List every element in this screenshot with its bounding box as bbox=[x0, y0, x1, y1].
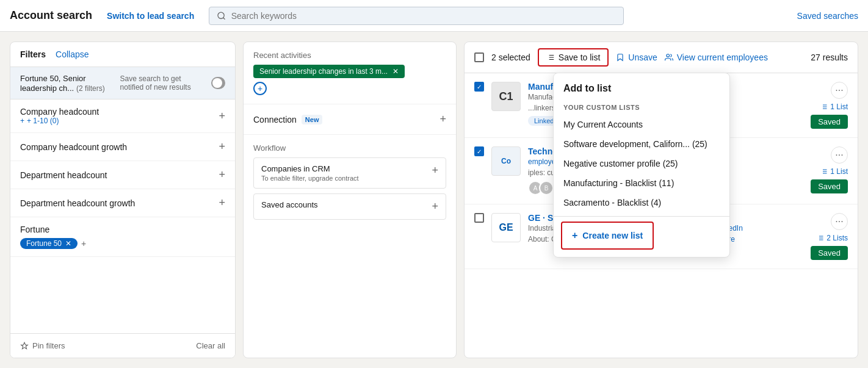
search-input[interactable] bbox=[231, 11, 617, 21]
workflow-saved-item: Saved accounts + bbox=[253, 193, 446, 220]
svg-point-8 bbox=[667, 54, 670, 57]
add-dept-growth-icon[interactable]: + bbox=[219, 197, 225, 209]
pin-filters-label: Pin filters bbox=[32, 341, 65, 350]
filters-panel: Filters Collapse Fortune 50, Senior lead… bbox=[10, 41, 236, 358]
recent-activities-label: Recent activities bbox=[253, 51, 446, 60]
bookmark-icon bbox=[616, 53, 624, 62]
activity-tag-remove[interactable]: ✕ bbox=[392, 67, 399, 76]
filter-label-dept-headcount: Department headcount bbox=[20, 170, 107, 180]
add-to-list-dropdown: Add to list YOUR CUSTOM LISTS My Current… bbox=[553, 73, 730, 258]
add-company-headcount-icon[interactable]: + bbox=[219, 110, 225, 123]
top-navigation: Account search Switch to lead search Sav… bbox=[0, 0, 868, 32]
filter-label-fortune: Fortune bbox=[20, 225, 49, 234]
dropdown-item-my-accounts[interactable]: My Current Accounts bbox=[554, 115, 729, 134]
dropdown-title: Add to list bbox=[554, 73, 729, 99]
list-icon-small-2 bbox=[820, 168, 828, 175]
save-search-label: Save search to get notified of new resul… bbox=[120, 74, 206, 92]
create-new-list-button[interactable]: + Create new list bbox=[561, 222, 654, 250]
add-fortune-icon[interactable]: + bbox=[81, 239, 86, 248]
filter-sub-company-headcount: + + 1-10 (0) bbox=[20, 117, 99, 125]
card-2-avatars: A B bbox=[528, 181, 550, 195]
add-crm-button[interactable]: + bbox=[432, 164, 438, 177]
save-to-list-button[interactable]: Save to list bbox=[538, 48, 609, 67]
recent-activities-section: Recent activities Senior leadership chan… bbox=[244, 42, 456, 104]
card-2-list-count: 1 List bbox=[820, 167, 848, 176]
filter-list: Company headcount + + 1-10 (0) + Company… bbox=[10, 99, 235, 333]
filter-item-headcount-growth[interactable]: Company headcount growth + bbox=[10, 133, 235, 161]
dropdown-item-mfg-blacklist[interactable]: Manufacturing - Blacklist (11) bbox=[554, 173, 729, 193]
results-count: 27 results bbox=[811, 52, 848, 62]
active-filter-row: Fortune 50, Senior leadership ch... (2 f… bbox=[10, 67, 235, 99]
dropdown-item-negative-profile[interactable]: Negative customer profile (25) bbox=[554, 154, 729, 173]
card-1-logo: C1 bbox=[491, 82, 521, 111]
add-activity-button[interactable]: + bbox=[253, 82, 267, 95]
filter-item-company-headcount[interactable]: Company headcount + + 1-10 (0) + bbox=[10, 99, 235, 133]
card-1-saved-badge: Saved bbox=[811, 115, 848, 129]
save-search-toggle[interactable] bbox=[211, 77, 225, 89]
card-1-checkbox[interactable] bbox=[474, 82, 484, 92]
filter-item-dept-growth[interactable]: Department headcount growth + bbox=[10, 189, 235, 217]
card-1-more-button[interactable]: ··· bbox=[831, 82, 848, 99]
add-dept-headcount-icon[interactable]: + bbox=[219, 168, 225, 181]
workflow-crm-sub: To enable filter, upgrade contract bbox=[261, 175, 359, 182]
card-ge-more-button[interactable]: ··· bbox=[831, 213, 848, 230]
fortune-badge-remove[interactable]: ✕ bbox=[65, 239, 71, 248]
active-filter-info: Fortune 50, Senior leadership ch... (2 f… bbox=[20, 73, 120, 93]
workflow-crm-item: Companies in CRM To enable filter, upgra… bbox=[253, 157, 446, 189]
card-ge-actions: ··· 2 Lists Saved bbox=[811, 213, 848, 260]
avatar-2: B bbox=[539, 181, 554, 195]
search-icon bbox=[217, 11, 226, 21]
plus-icon: + bbox=[20, 117, 24, 125]
list-icon-small bbox=[820, 103, 828, 110]
filter-item-dept-headcount[interactable]: Department headcount + bbox=[10, 161, 235, 189]
filters-title: Filters bbox=[20, 49, 46, 59]
card-2-logo: Co bbox=[491, 146, 521, 176]
filter-label-company-headcount: Company headcount bbox=[20, 107, 99, 117]
results-panel: 2 selected Save to list Unsave View curr… bbox=[464, 41, 858, 358]
dropdown-divider bbox=[554, 216, 729, 217]
svg-point-0 bbox=[218, 12, 224, 18]
add-saved-button[interactable]: + bbox=[432, 200, 438, 213]
save-search-area: Save search to get notified of new resul… bbox=[120, 74, 225, 92]
switch-to-lead-search-link[interactable]: Switch to lead search bbox=[107, 11, 194, 21]
card-2-checkbox[interactable] bbox=[474, 146, 484, 156]
card-ge-logo: GE bbox=[491, 213, 521, 242]
clear-all-button[interactable]: Clear all bbox=[196, 341, 225, 350]
list-icon bbox=[546, 53, 555, 62]
card-ge-list-count: 2 Lists bbox=[817, 234, 848, 242]
filter-item-fortune[interactable]: Fortune Fortune 50 ✕ + bbox=[10, 217, 235, 257]
filter-header: Filters Collapse bbox=[10, 42, 235, 67]
app-title: Account search bbox=[10, 9, 92, 22]
card-1-list-count: 1 List bbox=[820, 103, 848, 111]
dropdown-section-label: YOUR CUSTOM LISTS bbox=[554, 99, 729, 115]
card-2-actions: ··· 1 List Saved bbox=[811, 146, 848, 193]
view-employees-button[interactable]: View current employees bbox=[665, 52, 768, 62]
unsave-button[interactable]: Unsave bbox=[616, 52, 657, 62]
card-ge-saved-badge: Saved bbox=[811, 246, 848, 260]
list-icon-small-ge bbox=[817, 234, 824, 242]
pin-icon bbox=[20, 342, 29, 350]
keyword-search-bar bbox=[209, 7, 624, 25]
select-all-checkbox[interactable] bbox=[474, 52, 484, 62]
plus-icon-create: + bbox=[572, 230, 577, 241]
card-2-saved-badge: Saved bbox=[811, 179, 848, 193]
card-ge-checkbox[interactable] bbox=[474, 213, 484, 223]
dropdown-item-software-dev[interactable]: Software development, Californ... (25) bbox=[554, 134, 729, 154]
connection-row: Connection New + bbox=[244, 104, 456, 135]
collapse-button[interactable]: Collapse bbox=[56, 49, 89, 59]
workflow-saved-title: Saved accounts bbox=[261, 200, 318, 209]
add-connection-button[interactable]: + bbox=[439, 113, 446, 126]
selected-count-label: 2 selected bbox=[491, 52, 530, 62]
fortune-badge: Fortune 50 ✕ bbox=[20, 238, 78, 249]
active-filter-badge: (2 filters) bbox=[76, 84, 105, 93]
dropdown-item-sacramento-blacklist[interactable]: Sacramento - Blacklist (4) bbox=[554, 193, 729, 212]
connection-label: Connection New bbox=[253, 115, 322, 124]
workflow-label: Workflow bbox=[253, 143, 446, 153]
workflow-crm-title: Companies in CRM bbox=[261, 164, 359, 173]
workflow-section: Workflow Companies in CRM To enable filt… bbox=[244, 135, 456, 233]
card-2-more-button[interactable]: ··· bbox=[831, 146, 848, 164]
connection-new-badge: New bbox=[302, 115, 323, 124]
add-headcount-growth-icon[interactable]: + bbox=[219, 140, 225, 153]
saved-searches-link[interactable]: Saved searches bbox=[797, 11, 858, 21]
activity-tag: Senior leadership changes in last 3 m...… bbox=[253, 65, 405, 78]
